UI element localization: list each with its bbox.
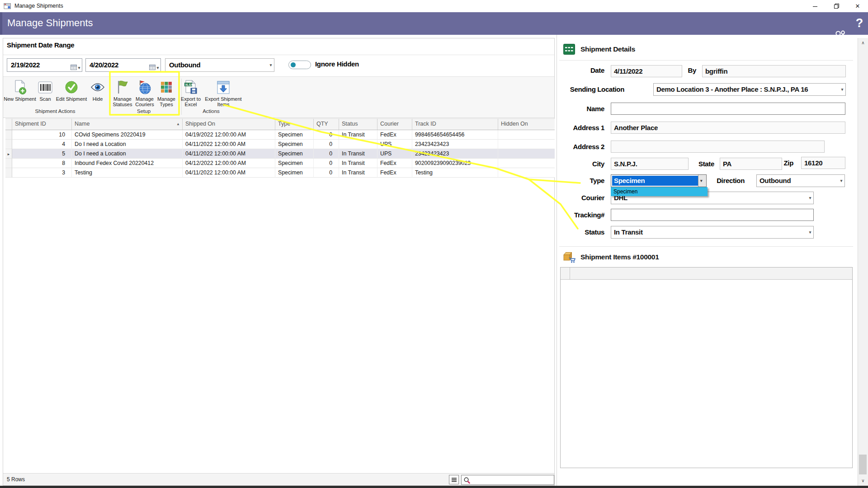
check-circle-icon bbox=[55, 78, 88, 96]
column-header-courier[interactable]: Courier bbox=[377, 119, 412, 130]
column-header-hidden-on[interactable]: Hidden On bbox=[498, 119, 555, 130]
cell-shipped-on: 04/12/2022 12:00:00 AM bbox=[183, 159, 275, 168]
direction-combo[interactable]: Outbound ▾ bbox=[756, 174, 845, 187]
window-title: Manage Shipments bbox=[14, 3, 63, 9]
cell-track-id: Testing bbox=[412, 168, 498, 178]
table-row[interactable]: 4 Do I need a Location 04/11/2022 12:00:… bbox=[5, 140, 555, 149]
type-selected-text: Specimen bbox=[612, 176, 698, 186]
cell-track-id: 902009239090239023 bbox=[412, 159, 498, 168]
column-header-shipment-id[interactable]: Shipment ID bbox=[12, 119, 72, 130]
cell-status: In Transit bbox=[339, 168, 377, 178]
table-header-row: Shipment ID Name▲ Shipped On Type QTY St… bbox=[5, 118, 555, 130]
shipment-items-table[interactable] bbox=[560, 267, 853, 468]
group-label-shipment-actions: Shipment Actions bbox=[17, 108, 94, 114]
date-from-picker[interactable]: 2/19/2022 ▾ bbox=[7, 58, 82, 72]
column-header-status[interactable]: Status bbox=[339, 119, 377, 130]
cell-type: Specimen bbox=[275, 130, 314, 140]
current-row-marker-icon: ▸ bbox=[8, 152, 10, 156]
eye-icon bbox=[89, 78, 107, 96]
shipments-panel: Shipment Date Range 2/19/2022 ▾ 4/20/202… bbox=[3, 38, 555, 486]
cell-name: Do I need a Location bbox=[72, 140, 183, 149]
table-row[interactable]: 8 Inbound Fedex Covid 20220412 04/12/202… bbox=[5, 159, 555, 168]
state-field[interactable]: PA bbox=[720, 158, 782, 170]
cell-name: Testing bbox=[72, 168, 183, 178]
city-field[interactable]: S.N.P.J. bbox=[611, 158, 689, 170]
page-header: Manage Shipments ? bbox=[0, 12, 868, 35]
cell-track-id: 23423423423 bbox=[412, 140, 498, 149]
cell-qty: 0 bbox=[314, 149, 339, 159]
minimize-button[interactable] bbox=[805, 0, 826, 12]
cell-track-id: 23423423423 bbox=[412, 149, 498, 159]
page-title: Manage Shipments bbox=[7, 17, 93, 29]
calendar-icon[interactable] bbox=[71, 61, 77, 74]
grid-menu-button[interactable] bbox=[449, 475, 459, 484]
tracking-field[interactable] bbox=[611, 209, 814, 221]
scroll-up-button[interactable]: ∧ bbox=[858, 38, 868, 47]
date-to-picker[interactable]: 4/20/2022 ▾ bbox=[85, 58, 161, 72]
divider bbox=[3, 55, 554, 55]
scrollbar-thumb[interactable] bbox=[859, 455, 867, 474]
cell-qty: 0 bbox=[314, 168, 339, 178]
date-range-section-title: Shipment Date Range bbox=[7, 41, 74, 49]
name-field[interactable] bbox=[611, 103, 845, 115]
type-combo[interactable]: Specimen ▾ bbox=[611, 174, 707, 187]
cell-status: In Transit bbox=[339, 130, 377, 140]
cell-type: Specimen bbox=[275, 168, 314, 178]
header-accent-stripe bbox=[0, 12, 2, 35]
cell-shipment-id: 8 bbox=[12, 159, 72, 168]
column-header-name[interactable]: Name▲ bbox=[72, 119, 183, 130]
zip-field[interactable]: 16120 bbox=[801, 157, 845, 169]
type-label: Type bbox=[550, 177, 604, 184]
help-button[interactable]: ? bbox=[852, 14, 867, 32]
shipments-table: Shipment ID Name▲ Shipped On Type QTY St… bbox=[5, 118, 555, 178]
by-field[interactable]: bgriffin bbox=[702, 65, 846, 77]
divider bbox=[559, 246, 853, 247]
items-corner-header-cell bbox=[561, 267, 570, 279]
address1-label: Address 1 bbox=[550, 124, 604, 131]
cell-hidden-on bbox=[498, 149, 555, 159]
type-dropdown-option[interactable]: Specimen bbox=[613, 188, 637, 195]
column-header-track-id[interactable]: Track ID bbox=[412, 119, 498, 130]
column-header-shipped-on[interactable]: Shipped On bbox=[183, 119, 275, 130]
direction-filter-combo[interactable]: Outbound ▾ bbox=[165, 58, 274, 72]
toolbar-separator bbox=[109, 79, 110, 115]
tracking-label: Tracking# bbox=[550, 211, 604, 219]
type-dropdown-list[interactable]: Specimen bbox=[611, 187, 708, 196]
search-icon bbox=[463, 477, 471, 486]
date-field[interactable]: 4/11/2022 bbox=[611, 65, 682, 77]
table-row-selected[interactable]: ▸ 5 Do I need a Location 04/11/2022 12:0… bbox=[5, 149, 555, 159]
chevron-down-icon: ▾ bbox=[700, 175, 702, 187]
calendar-icon[interactable] bbox=[149, 61, 156, 74]
close-button[interactable]: ✕ bbox=[847, 0, 868, 12]
chevron-down-icon[interactable]: ▾ bbox=[78, 61, 80, 74]
column-header-qty[interactable]: QTY bbox=[314, 119, 339, 130]
table-row[interactable]: 3 Testing 04/11/2022 12:00:00 AM Specime… bbox=[5, 168, 555, 178]
cell-track-id: 9984654654654456 bbox=[412, 130, 498, 140]
row-header-cell bbox=[5, 130, 12, 140]
vertical-scrollbar[interactable]: ∧ ∨ bbox=[858, 38, 868, 486]
cell-status: In Transit bbox=[339, 159, 377, 168]
cell-shipment-id: 4 bbox=[12, 140, 72, 149]
ignore-hidden-toggle[interactable] bbox=[288, 61, 311, 69]
address1-field[interactable]: Another Place bbox=[611, 122, 845, 134]
cell-status: In Transit bbox=[339, 149, 377, 159]
restore-button[interactable] bbox=[826, 0, 847, 12]
chevron-down-icon: ▾ bbox=[809, 196, 811, 200]
grid-search-input[interactable] bbox=[461, 475, 554, 485]
type-combo-dropdown-button[interactable]: ▾ bbox=[698, 175, 706, 187]
row-header-cell bbox=[5, 168, 12, 178]
cell-shipment-id: 5 bbox=[12, 149, 72, 159]
chevron-down-icon: ▾ bbox=[270, 63, 272, 67]
sending-location-combo[interactable]: Demo Location 3 - Another Place : S.N.P.… bbox=[653, 83, 846, 96]
status-combo[interactable]: In Transit ▾ bbox=[611, 226, 814, 239]
scroll-down-button[interactable]: ∨ bbox=[858, 476, 868, 485]
chevron-down-icon[interactable]: ▾ bbox=[157, 61, 159, 74]
column-header-type[interactable]: Type bbox=[275, 119, 314, 130]
toggle-knob bbox=[291, 62, 296, 67]
cell-name: Do I need a Location bbox=[72, 149, 183, 159]
table-row[interactable]: 10 COvid Specimens 20220419 04/19/2022 1… bbox=[5, 130, 555, 140]
cell-name: COvid Specimens 20220419 bbox=[72, 130, 183, 140]
address2-field[interactable] bbox=[611, 141, 825, 153]
cell-type: Specimen bbox=[275, 149, 314, 159]
svg-text:XLSX: XLSX bbox=[185, 83, 193, 86]
